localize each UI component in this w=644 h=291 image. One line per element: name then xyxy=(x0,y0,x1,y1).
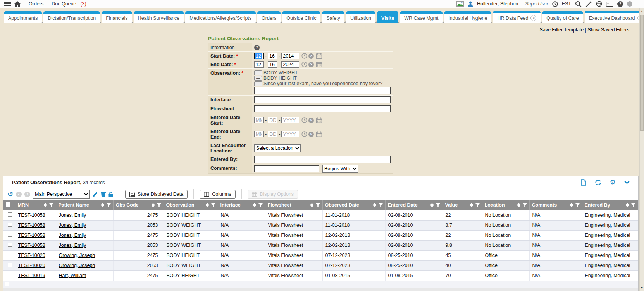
filter-funnel-icon[interactable] xyxy=(49,203,53,207)
column-header[interactable]: Observation xyxy=(164,200,218,210)
perspective-select[interactable]: Main Perspective xyxy=(33,190,90,199)
delete-trash-icon[interactable] xyxy=(101,192,106,197)
sort-icon[interactable] xyxy=(626,203,629,207)
filter-funnel-icon[interactable] xyxy=(575,203,580,207)
sort-icon[interactable] xyxy=(152,203,155,207)
column-header[interactable]: Interface xyxy=(218,200,265,210)
comments-match-select[interactable]: Begins With xyxy=(322,165,358,173)
mrn-link[interactable]: TEST-10058 xyxy=(18,233,45,238)
row-checkbox[interactable] xyxy=(8,233,12,237)
tab-hr-data-feed[interactable]: HR Data Feed xyxy=(493,11,541,23)
time-icon[interactable] xyxy=(301,117,307,123)
mrn-link[interactable]: TEST-10019 xyxy=(18,273,45,278)
scroll-down-icon[interactable]: ▼ xyxy=(640,285,644,291)
entered-start-month-input[interactable] xyxy=(254,117,264,123)
entered-by-input[interactable] xyxy=(254,156,391,163)
sort-icon[interactable] xyxy=(470,203,473,207)
entered-start-day-input[interactable] xyxy=(268,117,277,123)
filter-funnel-icon[interactable] xyxy=(316,203,320,207)
remove-observation-button[interactable]: — xyxy=(254,76,262,81)
sort-icon[interactable] xyxy=(44,203,47,207)
tab-visits[interactable]: Visits xyxy=(377,11,398,23)
scrollbar-thumb[interactable] xyxy=(640,15,644,131)
edit-pencil-icon[interactable] xyxy=(92,192,98,197)
menu-icon[interactable] xyxy=(4,2,11,6)
globe-icon[interactable] xyxy=(596,1,602,7)
column-header[interactable]: Comments xyxy=(529,200,582,210)
column-header[interactable]: Entered Date xyxy=(385,200,443,210)
filter-funnel-icon[interactable] xyxy=(475,203,480,207)
keyboard-icon[interactable] xyxy=(606,2,613,7)
column-header[interactable]: Flowsheet xyxy=(265,200,322,210)
row-checkbox[interactable] xyxy=(8,273,12,277)
mrn-link[interactable]: TEST-10058 xyxy=(18,212,45,218)
mrn-link[interactable]: TEST-10020 xyxy=(18,253,45,258)
wand-icon[interactable] xyxy=(585,1,592,7)
screenshot-image-icon[interactable] xyxy=(456,1,464,7)
mrn-link[interactable]: TEST-10058 xyxy=(18,223,45,228)
entered-end-month-input[interactable] xyxy=(254,131,264,137)
remove-observation-button[interactable]: — xyxy=(254,70,262,75)
column-header[interactable]: Location xyxy=(482,200,529,210)
sort-icon[interactable] xyxy=(570,203,573,207)
observation-search-input[interactable] xyxy=(254,87,391,94)
filter-funnel-icon[interactable] xyxy=(379,203,383,207)
tab-safety[interactable]: Safety xyxy=(322,11,344,23)
interface-input[interactable] xyxy=(254,96,391,103)
clear-date-icon[interactable]: × xyxy=(308,132,314,137)
store-displayed-data-button[interactable]: Store Displayed Data xyxy=(125,190,188,199)
show-saved-filters-link[interactable]: Show Saved Filters xyxy=(587,27,629,33)
clock-icon[interactable] xyxy=(552,1,558,7)
user-name[interactable]: Hullender, Stephen xyxy=(477,1,518,7)
page-scrollbar[interactable]: ▲ ▼ xyxy=(639,8,644,291)
sort-icon[interactable] xyxy=(310,203,313,207)
tab-utilization[interactable]: Utilization xyxy=(346,11,375,23)
patient-name-link[interactable]: Hart, William xyxy=(59,273,86,278)
patient-name-link[interactable]: Jones, Emily xyxy=(59,233,86,238)
filter-funnel-icon[interactable] xyxy=(523,203,527,207)
mrn-link[interactable]: TEST-10058 xyxy=(18,243,45,248)
row-checkbox[interactable] xyxy=(8,253,12,257)
time-icon[interactable] xyxy=(301,53,307,59)
clear-date-icon[interactable]: × xyxy=(308,53,314,59)
entered-end-year-input[interactable] xyxy=(281,131,299,137)
tab-industrial-hygiene[interactable]: Industrial Hygiene xyxy=(444,11,491,23)
tab-executive-dashboard[interactable]: Executive Dashboard xyxy=(585,11,644,23)
column-header[interactable]: Value xyxy=(443,200,482,210)
column-header[interactable]: Patient Name xyxy=(56,200,113,210)
column-header[interactable]: MRN xyxy=(15,200,56,210)
mrn-link[interactable]: TEST-10020 xyxy=(18,263,45,268)
tab-dictation-transcription[interactable]: Dictation/Transcription xyxy=(43,11,100,23)
column-header[interactable]: Observed Date xyxy=(322,200,385,210)
filter-funnel-icon[interactable] xyxy=(258,203,263,207)
tab-health-surveillance[interactable]: Health Surveillance xyxy=(134,11,184,23)
entered-start-year-input[interactable] xyxy=(281,117,299,123)
patient-name-link[interactable]: Jones, Emily xyxy=(59,212,86,218)
info-help-icon[interactable]: ? xyxy=(254,45,260,50)
location-select[interactable]: Select a Location xyxy=(254,144,301,152)
columns-button[interactable]: Columns xyxy=(200,190,235,199)
sort-icon[interactable] xyxy=(373,203,376,207)
refresh-icon[interactable] xyxy=(595,180,601,186)
tab-wr-case-mgmt[interactable]: WR Case Mgmt xyxy=(400,11,443,23)
row-checkbox[interactable] xyxy=(8,212,12,217)
settings-gear-icon[interactable]: ⚙ xyxy=(610,179,616,186)
entered-end-day-input[interactable] xyxy=(268,131,277,137)
row-checkbox[interactable] xyxy=(8,263,12,267)
lock-icon[interactable] xyxy=(108,192,113,197)
time-icon[interactable] xyxy=(301,62,307,67)
time-icon[interactable] xyxy=(301,131,307,137)
tab-medications-allergies-scripts[interactable]: Medications/Allergies/Scripts xyxy=(185,11,256,23)
sort-icon[interactable] xyxy=(101,203,104,207)
sort-icon[interactable] xyxy=(206,203,209,207)
filter-funnel-icon[interactable] xyxy=(157,203,161,207)
filter-funnel-icon[interactable] xyxy=(107,203,111,207)
row-checkbox[interactable] xyxy=(8,243,12,247)
row-checkbox[interactable] xyxy=(8,223,12,227)
home-icon[interactable] xyxy=(14,1,21,7)
tab-orders[interactable]: Orders xyxy=(257,11,281,23)
remove-observation-button[interactable]: — xyxy=(254,81,262,86)
filter-funnel-icon[interactable] xyxy=(436,203,440,207)
patient-name-link[interactable]: Jones, Emily xyxy=(59,223,86,228)
nav-orders[interactable]: Orders xyxy=(29,1,43,7)
